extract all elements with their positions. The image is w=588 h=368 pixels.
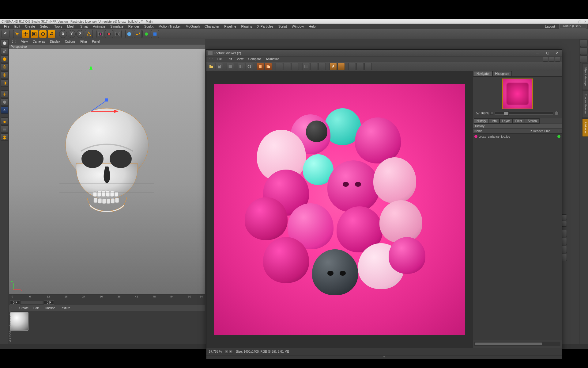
menu-script[interactable]: Script [276, 24, 289, 29]
pv-fullscreen-button[interactable] [311, 63, 318, 70]
object-mode-button[interactable] [1, 56, 8, 63]
pv-clear-all-button[interactable] [265, 63, 272, 70]
rotate-tool[interactable] [39, 30, 47, 38]
planar-workplane-button[interactable] [1, 133, 8, 141]
pv-open-button[interactable] [208, 63, 215, 70]
mat-menu-edit[interactable]: Edit [31, 306, 41, 310]
pv-ab-compare-button[interactable] [238, 63, 245, 70]
pv-menu-animation[interactable]: Animation [263, 57, 282, 61]
add-generator-button[interactable] [142, 30, 150, 38]
pv-minimize-button[interactable]: — [535, 51, 541, 55]
pv-b-label-button[interactable] [337, 63, 345, 70]
menu-file[interactable]: File [2, 24, 12, 29]
axis-x-toggle[interactable]: X [59, 30, 67, 38]
pv-close-button[interactable]: ✕ [555, 51, 560, 55]
menu-pipeline[interactable]: Pipeline [222, 24, 239, 29]
pv-zoom-reset-button[interactable] [554, 111, 559, 115]
menu-help[interactable]: Help [306, 24, 318, 29]
menu-window[interactable]: Window [289, 24, 306, 29]
add-deformer-button[interactable] [151, 30, 159, 38]
pv-handle-icon[interactable]: ⋮⋮ [208, 57, 214, 61]
pv-titlebar[interactable]: Picture Viewer (2) — ▢ ✕ [206, 50, 562, 56]
locked-workplane-button[interactable] [1, 125, 8, 133]
texture-mode-button[interactable] [1, 48, 8, 55]
workplane-button[interactable] [1, 117, 8, 125]
enable-axis-button[interactable] [1, 90, 8, 98]
pv-tab-info[interactable]: Info [489, 118, 499, 124]
pv-dock-button[interactable] [543, 57, 548, 62]
pv-swap-button[interactable] [246, 63, 253, 70]
pv-play-button[interactable] [303, 63, 310, 70]
layout-label[interactable]: Layout [542, 24, 557, 29]
right-tool-button[interactable] [580, 48, 587, 55]
pv-zoom-slider[interactable] [495, 112, 553, 115]
frame-end-field[interactable]: 0 F [44, 300, 54, 305]
vp-menu-panel[interactable]: Panel [90, 39, 103, 44]
menu-plugins[interactable]: Plugins [239, 24, 254, 29]
frame-slider[interactable] [21, 301, 43, 304]
pv-rgb-button[interactable] [227, 63, 234, 70]
pv-hist-button[interactable] [349, 63, 356, 70]
vp-menu-options[interactable]: Options [62, 39, 78, 44]
perspective-viewport[interactable]: y x [9, 49, 205, 294]
right-tool-button[interactable] [580, 40, 587, 47]
pv-menu-file[interactable]: File [214, 57, 224, 61]
pv-menu-view[interactable]: View [234, 57, 246, 61]
pv-thumbnail[interactable] [502, 79, 533, 109]
pv-dock-button[interactable] [555, 57, 560, 62]
layout-dropdown[interactable]: Startup (User) [559, 24, 586, 29]
mat-menu-function[interactable]: Function [41, 306, 58, 310]
add-spline-button[interactable] [134, 30, 142, 38]
render-pv-button[interactable] [105, 30, 113, 38]
menu-mograph[interactable]: MoGraph [183, 24, 202, 29]
pv-zoom-stepper[interactable] [490, 112, 493, 115]
axis-y-toggle[interactable]: Y [68, 30, 76, 38]
frame-start-field[interactable]: 0 F [10, 300, 20, 305]
sidetab-objects[interactable]: Object Manager [582, 63, 588, 90]
pv-tab-histogram[interactable]: Histogram [492, 71, 512, 76]
menu-simulate[interactable]: Simulate [108, 24, 126, 29]
menu-character[interactable]: Character [202, 24, 222, 29]
materials-panel[interactable]: MAXON cinema4d [9, 311, 205, 344]
sidetab-attributes[interactable]: Attributes [582, 118, 588, 137]
pv-maximize-button[interactable]: ▢ [545, 51, 550, 55]
pv-filter-button[interactable] [292, 63, 299, 70]
viewport-solo-button[interactable] [1, 98, 8, 106]
mat-menu-create[interactable]: Create [17, 306, 31, 310]
pv-history-row[interactable]: proxy_variance_jpg.jpg [473, 134, 562, 139]
pv-next-button[interactable]: ▸ [229, 350, 233, 354]
maximize-button[interactable]: ▢ [578, 20, 581, 23]
pv-filter-button[interactable] [276, 63, 283, 70]
pv-collapse-handle[interactable]: ▾ [206, 355, 562, 359]
menu-edit[interactable]: Edit [12, 24, 23, 29]
pv-canvas[interactable] [206, 71, 473, 348]
menu-create[interactable]: Create [23, 24, 38, 29]
pv-tab-stereo[interactable]: Stereo [525, 118, 539, 124]
axis-z-toggle[interactable]: Z [76, 30, 84, 38]
last-tool[interactable] [47, 30, 55, 38]
pv-tab-navigator[interactable]: Navigator [474, 71, 492, 76]
move-tool[interactable] [22, 30, 30, 38]
add-primitive-button[interactable] [125, 30, 133, 38]
minimize-button[interactable]: — [572, 20, 575, 23]
pv-history-list[interactable]: proxy_variance_jpg.jpg [473, 134, 562, 340]
live-selection-tool[interactable] [13, 30, 21, 38]
pv-tab-history[interactable]: History [474, 118, 489, 124]
pv-menu-edit[interactable]: Edit [224, 57, 234, 61]
sidetab-content[interactable]: Content Browser [582, 90, 588, 118]
pv-clear-button[interactable] [257, 63, 264, 70]
pv-dock-button[interactable] [549, 57, 554, 62]
menu-snap[interactable]: Snap [78, 24, 91, 29]
pv-tab-filter[interactable]: Filter [513, 118, 525, 124]
vp-menu-filter[interactable]: Filter [78, 39, 89, 44]
polygon-mode-button[interactable] [1, 79, 8, 87]
point-mode-button[interactable] [1, 63, 8, 71]
pv-prev-button[interactable]: ◂ [225, 350, 228, 354]
render-settings-button[interactable] [114, 30, 122, 38]
edge-mode-button[interactable] [1, 71, 8, 79]
vp-menu-view[interactable]: View [19, 39, 30, 44]
materials-handle-icon[interactable]: ⋮⋮ [10, 306, 17, 310]
pv-side-scrollbar[interactable] [474, 342, 560, 346]
model-mode-button[interactable] [1, 40, 8, 47]
menu-render[interactable]: Render [126, 24, 142, 29]
